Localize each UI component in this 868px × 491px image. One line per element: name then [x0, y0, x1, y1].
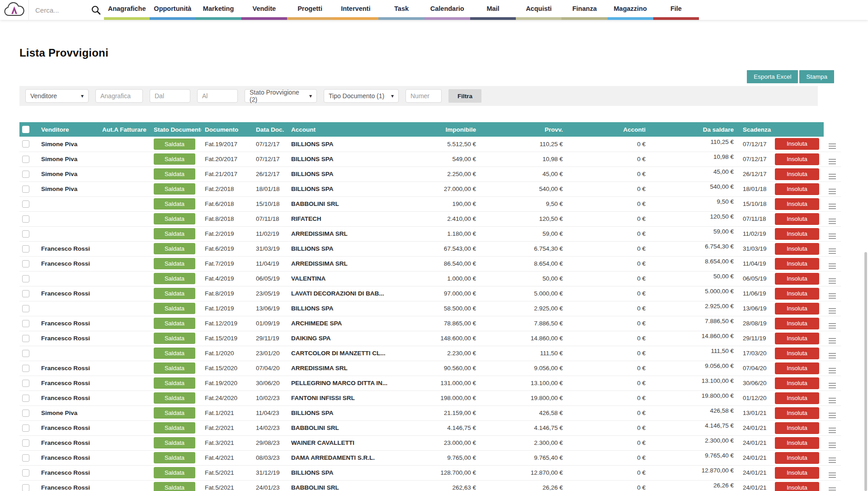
row-menu-icon[interactable]	[829, 204, 836, 209]
search-input[interactable]	[35, 6, 90, 14]
nav-item-anagrafiche[interactable]: Anagrafiche	[104, 0, 150, 20]
filtra-button[interactable]: Filtra	[448, 89, 481, 103]
filter-tipo-documento[interactable]: Tipo Documento (1)▾	[324, 89, 399, 103]
cell-data-doc: 11/04/19	[252, 256, 288, 271]
col-header-stato-documento[interactable]: Stato Documento	[150, 122, 201, 137]
row-menu-icon[interactable]	[829, 248, 836, 254]
row-checkbox[interactable]	[22, 410, 29, 417]
cell-provv: 5.000,00 €	[481, 286, 568, 301]
row-checkbox[interactable]	[22, 469, 29, 477]
nav-underline	[516, 17, 561, 20]
scrollbar[interactable]	[864, 252, 867, 491]
row-menu-icon[interactable]	[829, 398, 836, 403]
filter-dal[interactable]	[150, 89, 190, 103]
nav-item-interventi[interactable]: Interventi	[333, 0, 378, 20]
row-checkbox[interactable]	[22, 290, 29, 297]
col-header-scadenza[interactable]: Scadenza	[739, 122, 771, 137]
filter-stato-provvigione[interactable]: Stato Provvigione (2)▾	[245, 89, 317, 103]
row-menu-icon[interactable]	[829, 383, 836, 388]
col-header-provv[interactable]: Provv.	[481, 122, 568, 137]
row-checkbox[interactable]	[22, 484, 29, 491]
table-row: Francesco Rossi Saldata Fat.5/2021 24/01…	[19, 480, 841, 491]
row-menu-icon[interactable]	[829, 189, 836, 194]
nav-item-file[interactable]: File	[653, 0, 699, 20]
nav-item-marketing[interactable]: Marketing	[195, 0, 241, 20]
row-checkbox[interactable]	[22, 350, 29, 357]
cell-acconti: 0 €	[568, 391, 651, 405]
row-menu-icon[interactable]	[829, 174, 836, 179]
nav-item-label: Marketing	[203, 5, 234, 12]
col-header-aut-a-fatturare[interactable]: Aut.A Fatturare	[99, 122, 150, 137]
row-menu-icon[interactable]	[829, 143, 836, 149]
select-all-checkbox[interactable]	[22, 126, 29, 133]
row-menu-icon[interactable]	[829, 353, 836, 358]
row-menu-icon[interactable]	[829, 159, 836, 164]
nav-item-acquisti[interactable]: Acquisti	[516, 0, 561, 20]
row-checkbox[interactable]	[22, 200, 29, 208]
row-checkbox[interactable]	[22, 156, 29, 163]
nav-item-magazzino[interactable]: Magazzino	[608, 0, 653, 20]
filter-venditore[interactable]: Venditore▾	[25, 89, 89, 103]
col-header-account[interactable]: Account	[288, 122, 392, 137]
cell-scadenza: 30/06/20	[739, 376, 771, 391]
row-checkbox[interactable]	[22, 335, 29, 342]
export-excel-button[interactable]: Esporta Excel	[747, 70, 798, 83]
row-menu-icon[interactable]	[829, 487, 836, 491]
filter-numero[interactable]	[406, 89, 442, 103]
row-checkbox[interactable]	[22, 275, 29, 282]
row-checkbox[interactable]	[22, 305, 29, 312]
cell-provv: 4.146,75 €	[481, 420, 568, 435]
col-header-da-saldare[interactable]: Da saldare	[651, 122, 739, 137]
col-header-venditore[interactable]: Venditore	[38, 122, 99, 137]
row-menu-icon[interactable]	[829, 338, 836, 343]
cell-acconti: 0 €	[568, 271, 651, 286]
row-checkbox[interactable]	[22, 230, 29, 238]
nav-item-finanza[interactable]: Finanza	[561, 0, 607, 20]
row-menu-icon[interactable]	[829, 263, 836, 269]
col-header-data-doc[interactable]: Data Doc.	[252, 122, 288, 137]
row-checkbox[interactable]	[22, 215, 29, 223]
row-checkbox[interactable]	[22, 439, 29, 447]
row-menu-icon[interactable]	[829, 443, 836, 448]
app-logo[interactable]	[4, 1, 25, 19]
chevron-down-icon: ▾	[391, 93, 394, 99]
row-checkbox[interactable]	[22, 186, 29, 193]
search-icon[interactable]	[90, 5, 101, 15]
filter-anagrafica[interactable]	[95, 89, 143, 103]
row-menu-icon[interactable]	[829, 428, 836, 433]
row-checkbox[interactable]	[22, 320, 29, 327]
nav-item-calendario[interactable]: Calendario	[425, 0, 470, 20]
cell-imponibile: 2.410,00 €	[392, 211, 481, 226]
filter-al[interactable]	[197, 89, 238, 103]
row-checkbox[interactable]	[22, 245, 29, 253]
row-checkbox[interactable]	[22, 260, 29, 267]
nav-item-progetti[interactable]: Progetti	[287, 0, 333, 20]
row-menu-icon[interactable]	[829, 234, 836, 239]
nav-item-mail[interactable]: Mail	[470, 0, 516, 20]
row-menu-icon[interactable]	[829, 368, 836, 373]
row-menu-icon[interactable]	[829, 413, 836, 418]
col-header-acconti[interactable]: Acconti	[568, 122, 651, 137]
row-checkbox[interactable]	[22, 395, 29, 402]
row-checkbox[interactable]	[22, 365, 29, 372]
row-menu-icon[interactable]	[829, 293, 836, 299]
row-checkbox[interactable]	[22, 424, 29, 432]
col-header-documento[interactable]: Documento	[201, 122, 252, 137]
cell-da-saldare: 111,50 €	[711, 348, 734, 354]
row-menu-icon[interactable]	[829, 458, 836, 463]
row-menu-icon[interactable]	[829, 323, 836, 329]
row-menu-icon[interactable]	[829, 219, 836, 224]
row-checkbox[interactable]	[22, 380, 29, 387]
row-checkbox[interactable]	[22, 140, 29, 148]
row-checkbox[interactable]	[22, 171, 29, 178]
col-header-imponibile[interactable]: Imponibile	[392, 122, 481, 137]
nav-item-task[interactable]: Task	[378, 0, 424, 20]
row-menu-icon[interactable]	[829, 472, 836, 478]
print-button[interactable]: Stampa	[799, 70, 834, 83]
row-checkbox[interactable]	[22, 454, 29, 462]
saldata-status-badge: Saldata	[154, 198, 195, 210]
nav-item-vendite[interactable]: Vendite	[241, 0, 287, 20]
row-menu-icon[interactable]	[829, 278, 836, 284]
row-menu-icon[interactable]	[829, 308, 836, 314]
nav-item-opportunita[interactable]: Opportunità	[150, 0, 195, 20]
